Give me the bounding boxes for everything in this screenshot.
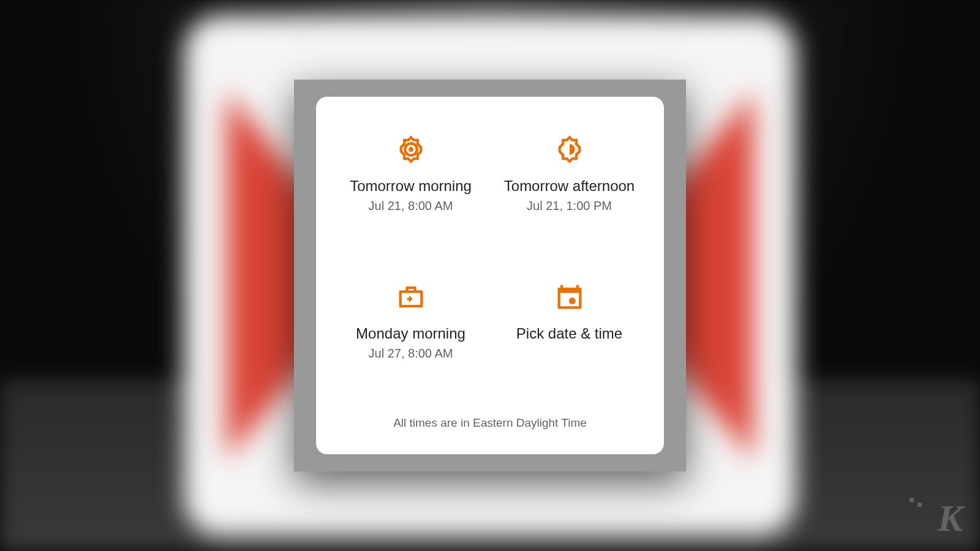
- watermark-dots: [910, 503, 922, 507]
- option-title: Tomorrow afternoon: [504, 176, 635, 195]
- timezone-footer: All times are in Eastern Daylight Time: [334, 404, 646, 436]
- option-tomorrow-afternoon[interactable]: Tomorrow afternoon Jul 21, 1:00 PM: [493, 133, 646, 250]
- calendar-event-icon: [554, 281, 586, 313]
- brightness-half-icon: [554, 133, 586, 165]
- next-week-icon: [395, 281, 427, 313]
- option-title: Pick date & time: [516, 324, 622, 343]
- svg-point-2: [568, 298, 575, 304]
- option-pick-date-time[interactable]: Pick date & time: [493, 281, 646, 398]
- watermark-logo: K: [938, 497, 962, 540]
- option-subtitle: Jul 21, 8:00 AM: [369, 199, 453, 213]
- option-title: Tomorrow morning: [350, 176, 472, 195]
- option-subtitle: Jul 21, 1:00 PM: [527, 199, 612, 213]
- svg-point-1: [409, 147, 413, 152]
- snooze-dialog: Tomorrow morning Jul 21, 8:00 AM Tomorro…: [316, 97, 664, 454]
- brightness-full-icon: [395, 133, 427, 165]
- option-monday-morning[interactable]: Monday morning Jul 27, 8:00 AM: [334, 281, 487, 398]
- option-subtitle: Jul 27, 8:00 AM: [369, 347, 453, 361]
- snooze-options-grid: Tomorrow morning Jul 21, 8:00 AM Tomorro…: [334, 127, 646, 404]
- option-tomorrow-morning[interactable]: Tomorrow morning Jul 21, 8:00 AM: [334, 133, 487, 250]
- option-title: Monday morning: [356, 324, 466, 343]
